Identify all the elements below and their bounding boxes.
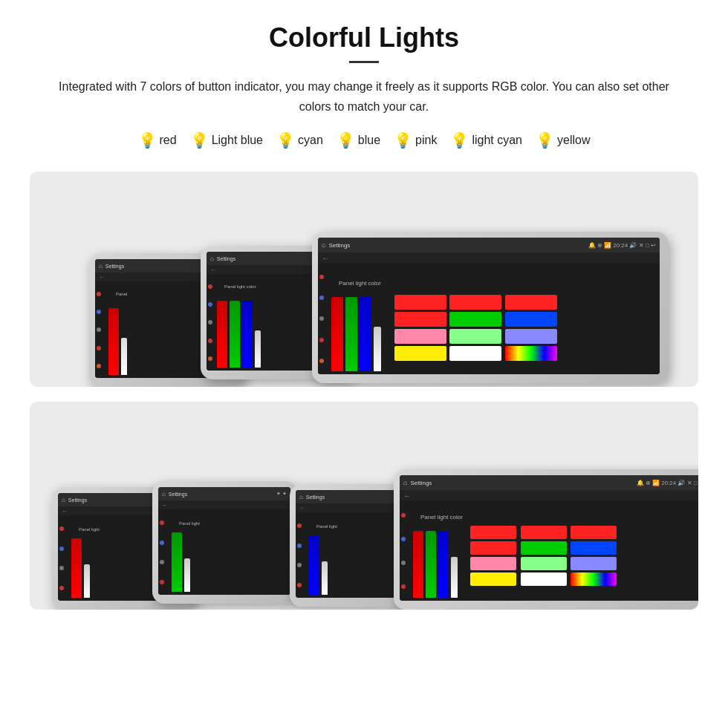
color-item-lightblue: 💡 Light blue — [190, 131, 263, 149]
home-icon-1: ⌂ — [99, 263, 103, 270]
header-section: Colorful Lights Integrated with 7 colors… — [30, 22, 698, 117]
color-item-blue: 💡 blue — [337, 131, 380, 149]
main-title: Colorful Lights — [30, 22, 698, 53]
pink-bulb-icon: 💡 — [394, 131, 412, 149]
side-dots-1 — [95, 281, 103, 378]
bot-settings-txt-3: Settings — [306, 495, 325, 500]
bot-top-icons-2: ✦ ✦ — [276, 491, 287, 497]
bot-settings-txt-1: Settings — [68, 497, 87, 503]
lightcyan-bulb-icon: 💡 — [450, 131, 469, 149]
home-icon-3: ⌂ — [322, 241, 325, 249]
bot-top-icons-4: 🔔 ⊕ 📶 20:24 🔊 ✕ □ ↩ — [637, 480, 698, 486]
bot-back-arrow-4: ← — [403, 492, 411, 500]
color-label-red: red — [160, 134, 177, 147]
color-label-cyan: cyan — [298, 134, 323, 147]
lightblue-bulb-icon: 💡 — [190, 131, 209, 149]
top-icons-3: 🔔 ⊕ 📶 20:24 🔊 ✕ □ ↩ — [588, 242, 656, 249]
red-bulb-icon: 💡 — [138, 131, 157, 149]
bot-back-arrow-3: ← — [299, 505, 305, 512]
color-item-pink: 💡 pink — [394, 131, 437, 149]
settings-txt-1: Settings — [105, 264, 124, 269]
settings-txt-2: Settings — [217, 256, 235, 261]
side-dots-3 — [318, 263, 325, 374]
cyan-bulb-icon: 💡 — [276, 131, 295, 149]
bot-panel-label-3: Panel light — [316, 524, 337, 529]
bot-side-dots-3 — [296, 512, 303, 598]
bot-panel-label-4a: Panel light color — [420, 514, 463, 521]
subtitle-text: Integrated with 7 colors of button indic… — [45, 76, 683, 117]
color-label-lightblue: Light blue — [212, 134, 263, 147]
bot-side-dots-2 — [158, 509, 166, 595]
page-container: Colorful Lights Integrated with 7 colors… — [0, 0, 728, 647]
back-arrow-3: ← — [322, 254, 329, 262]
bot-home-icon-1: ⌂ — [62, 497, 65, 503]
settings-txt-3: Settings — [328, 242, 350, 249]
bot-home-icon-4: ⌂ — [403, 479, 407, 486]
panel-label-3a: Panel light color — [339, 280, 381, 287]
bot-device-4: ⌂ Settings 🔔 ⊕ 📶 20:24 🔊 ✕ □ ↩ ← — [394, 469, 698, 610]
bot-device-2: ⌂ Settings ✦ ✦ ← Panel light — [152, 481, 297, 604]
color-item-red: 💡 red — [138, 131, 177, 149]
panel-label-1: Panel — [116, 292, 127, 296]
home-icon-2: ⌂ — [210, 255, 214, 262]
color-label-blue: blue — [358, 134, 380, 147]
color-label-pink: pink — [415, 134, 437, 147]
color-label-lightcyan: light cyan — [472, 134, 522, 147]
bot-back-arrow-2: ← — [162, 502, 168, 509]
color-item-lightcyan: 💡 light cyan — [450, 131, 522, 149]
bot-side-dots-1 — [58, 515, 65, 601]
bot-settings-txt-2: Settings — [169, 492, 187, 497]
yellow-bulb-icon: 💡 — [536, 131, 554, 149]
back-arrow-1: ← — [99, 274, 105, 281]
color-item-yellow: 💡 yellow — [536, 131, 590, 149]
color-label-yellow: yellow — [557, 134, 590, 147]
bot-side-dots-4 — [400, 500, 407, 601]
bot-home-icon-3: ⌂ — [299, 494, 303, 500]
bot-panel-label-2: Panel light — [179, 521, 200, 526]
side-dots-2 — [207, 274, 214, 371]
bot-back-arrow-1: ← — [62, 508, 68, 515]
bot-settings-txt-4: Settings — [410, 480, 432, 486]
color-item-cyan: 💡 cyan — [276, 131, 323, 149]
bot-home-icon-2: ⌂ — [162, 491, 166, 497]
panel-label-2: Panel light color — [224, 284, 261, 289]
blue-bulb-icon: 💡 — [337, 131, 355, 149]
top-device-3: ⌂ Settings 🔔 ⊕ 📶 20:24 🔊 ✕ □ ↩ ← — [312, 232, 669, 383]
bot-panel-label-1: Panel light — [79, 527, 100, 532]
color-indicators: 💡 red 💡 Light blue 💡 cyan 💡 blue 💡 pink … — [30, 131, 698, 149]
back-arrow-2: ← — [210, 267, 216, 273]
title-divider — [349, 61, 379, 63]
